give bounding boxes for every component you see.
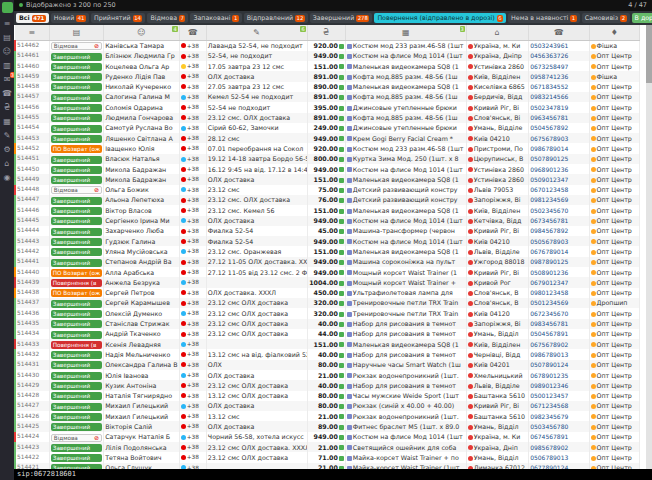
mail-icon[interactable]: ✉3 xyxy=(1,74,13,85)
order-row[interactable]: 514424Відмова⊘Сатарчук Наталія Б+38Чорни… xyxy=(15,432,640,442)
order-row[interactable]: 514456ЗавершенийСоломія Одарина+3852-54 … xyxy=(15,102,640,112)
phone-icon[interactable]: ☎ xyxy=(1,88,13,99)
order-row[interactable]: 514454ЗавершенийСамотуй Руслана Во+38Сір… xyxy=(15,123,640,133)
order-row[interactable]: 514423ЗавершенийЛілія Подолянська+3823.1… xyxy=(15,442,640,452)
vertical-scrollbar[interactable] xyxy=(646,25,652,469)
total-cell: 920.00 xyxy=(307,40,345,51)
order-row[interactable]: 514438ПО Возврат (ожСергей Петров+38ОЛХ … xyxy=(15,288,640,298)
product-name: Куртка Зима Мод. 250 (1шт. х 8 xyxy=(353,155,459,162)
orders-icon[interactable]: ▤ xyxy=(1,32,13,43)
order-row[interactable]: 514427ЗавершенийМихаил Гилецький+38ОЛХ д… xyxy=(15,401,640,411)
supplier-icon xyxy=(591,126,596,131)
pagination[interactable]: 4 / 47 xyxy=(628,0,647,11)
status-column-header[interactable]: ▤ xyxy=(49,25,103,40)
tab-accepted[interactable]: Прийнятий14 xyxy=(91,13,145,23)
order-row[interactable]: 514446ЗавершенийВіктор Власов+3823.12 см… xyxy=(15,205,640,215)
select-column-header[interactable]: ≡ xyxy=(15,25,49,40)
order-row[interactable]: 514458ЗавершенийНиколай Кучеренко+3827.0… xyxy=(15,82,640,92)
order-row[interactable]: 514450ЗавершенийМикола Бадражан+3816.12 … xyxy=(15,164,640,174)
order-row[interactable]: 514455ЗавершенийЛюдмила Гончарова+3823.1… xyxy=(15,113,640,123)
tab-shipped[interactable]: Відправлений12 xyxy=(244,13,308,23)
tab-packed[interactable]: Запаковані1 xyxy=(190,13,241,23)
scrollbar-thumb[interactable] xyxy=(646,25,652,83)
order-row[interactable]: 514440ПО Возврат (ожАлла Арабська+3827.1… xyxy=(15,267,640,277)
delivery-city: Пристроми, По xyxy=(474,145,523,152)
customer-name-cell: Сергей Петров xyxy=(104,288,180,298)
order-row[interactable]: 514439Повернення (вАнжела Безрука+381004… xyxy=(15,277,640,287)
stats-icon[interactable]: ▥ xyxy=(1,60,13,71)
order-row[interactable]: 514421ЗавершенийОльга Глущук+3821.00Майк… xyxy=(15,463,640,469)
product-cell: Тренировочные петли TRX Train xyxy=(345,308,466,318)
order-id-cell: 514428 xyxy=(15,391,49,401)
order-row[interactable]: 514435ЗавершенийСтаніслав Стрижак+3823.1… xyxy=(15,319,640,329)
order-id-cell: 514449 xyxy=(15,174,49,184)
order-row[interactable]: 514430ЗавершенийЮлія Іванова+38ОЛХ доста… xyxy=(15,370,640,380)
order-row[interactable]: 514436ЗавершенийОлексій Думенко+3823.12 … xyxy=(15,308,640,318)
menu-icon[interactable]: ≡ xyxy=(1,18,13,29)
order-row[interactable]: 514434ЗавершенийАндрій Ткаченко+3823.12 … xyxy=(15,329,640,339)
order-row[interactable]: 514460ЗавершенийКоцелева Ольга Ар+3817.0… xyxy=(15,61,640,71)
order-row[interactable]: 514433Повернення (вКсенія Левадняя+38151… xyxy=(15,339,640,349)
order-row[interactable]: 514453ЗавершенийЛяшенко Світлана А+3828.… xyxy=(15,133,640,143)
total-value: 949.00 xyxy=(314,217,338,224)
tab-completed[interactable]: Завершений278 xyxy=(310,13,373,23)
order-row[interactable]: 514422ЗавершенийТетяна Войтович+3823.12 … xyxy=(15,452,640,462)
order-row[interactable]: 514459ЗавершенийРуденко Лідія Пав+38ОЛХ … xyxy=(15,71,640,81)
operator-icon xyxy=(181,249,186,254)
order-row[interactable]: 514461ЗавершенийБлізнюк Людмила Гр+3852-… xyxy=(15,51,640,61)
order-row[interactable]: 514451ЗавершенийВласюк Наталья+3819.12 1… xyxy=(15,154,640,164)
delivery-icon xyxy=(468,435,473,440)
order-row[interactable]: 514426ЗавершенийМихаил Гилецький+3813.12… xyxy=(15,411,640,421)
status-badge: Завершений xyxy=(51,351,102,359)
order-row[interactable]: 514428ЗавершенийНаталія Тягнирядно+3813.… xyxy=(15,391,640,401)
total-value: 949.00 xyxy=(314,238,338,245)
customers-icon[interactable]: ☺ xyxy=(1,46,13,57)
tab-all[interactable]: Всі471 xyxy=(16,13,49,23)
operator-icon xyxy=(181,95,186,100)
order-row[interactable]: 514429ЗавершенийКузик Антоніна+3823.12 с… xyxy=(15,380,640,390)
order-row[interactable]: 514425ЗавершенийВікторія Салій+38ОЛХ дос… xyxy=(15,421,640,431)
order-row[interactable]: 514448Відмова⊘Ольга Божик+3823.12 смс75.… xyxy=(15,185,640,195)
order-row[interactable]: 514462Відмова⊘Канівська Тамара+38Лаванда… xyxy=(15,40,640,51)
payments-icon[interactable]: ₴ xyxy=(1,102,13,113)
order-row[interactable]: 514437ЗавершенийСергей Карамышев+3823.12… xyxy=(15,298,640,308)
settings-icon[interactable]: ⚙ xyxy=(1,144,13,155)
order-row[interactable]: 514442ЗавершенийУляна Мусійовська+3823.1… xyxy=(15,246,640,256)
tab-refused[interactable]: Відмова7 xyxy=(147,13,188,23)
tab-in-transit[interactable]: В дорозі3 xyxy=(632,13,652,23)
order-row[interactable]: 514447ЗавершенийАльона Лепетюха+3823.12 … xyxy=(15,195,640,205)
order-row[interactable]: 514449ЗавершенийМикола Бадражан+38ОЛХ до… xyxy=(15,174,640,184)
product-column-header[interactable]: ▦3 xyxy=(345,25,466,40)
order-row[interactable]: 514443ЗавершенийГудзюк Галина+38Фиалка 5… xyxy=(15,236,640,246)
tab-return-in-transit[interactable]: Повернення (відправлено в дорозі)6 xyxy=(374,13,506,23)
order-row[interactable]: 514457ЗавершенийСалогина Галина М+38Кеме… xyxy=(15,92,640,102)
logout-icon[interactable]: ◉ xyxy=(1,172,13,183)
tab-out-of-stock[interactable]: Нема в наявності1 xyxy=(508,13,580,23)
phone-column-header[interactable]: ☎ xyxy=(529,25,589,40)
comment-cell: 23.12 смс xyxy=(206,185,307,195)
order-row[interactable]: 514445ЗавершенийСергіенко Ірина Ми+38ОЛХ… xyxy=(15,216,640,226)
phone-cell: 0986789013 xyxy=(529,349,589,359)
order-row[interactable]: 514432ЗавершенийНадія Мельниченко+3813.1… xyxy=(15,349,640,359)
order-row[interactable]: 514441ЗавершенийСтепанов Андрій Ва+3827.… xyxy=(15,257,640,267)
operator-column-header[interactable]: ☎ xyxy=(179,25,206,40)
home-icon[interactable]: ⌂ xyxy=(1,158,13,169)
status-badge: Завершений xyxy=(51,300,102,308)
tab-pickup[interactable]: Самовивіз2 xyxy=(582,13,630,23)
supplier-cell: Опт Центр xyxy=(589,92,639,102)
order-row[interactable]: 514452ПО Возврат (ожІващенко Юлія+3807.0… xyxy=(15,143,640,153)
total-column-header[interactable]: ₴ xyxy=(307,25,345,40)
supplier-column-header[interactable]: ♦ xyxy=(589,25,639,40)
delivery-column-header[interactable]: ⌂ xyxy=(466,25,528,40)
products-icon[interactable]: ▦ xyxy=(1,116,13,127)
order-row[interactable]: 514431ЗавершенийОлександра Галина В+38ОЛ… xyxy=(15,360,640,370)
order-row[interactable]: 514444ЗавершенийЗахарченко Люба+38Фиалка… xyxy=(15,226,640,236)
supplier-cell: Опт Центр xyxy=(589,452,639,462)
tab-new[interactable]: Новий41 xyxy=(51,13,89,23)
app-logo[interactable] xyxy=(2,2,13,13)
customer-column-header[interactable]: ☺4 xyxy=(104,25,180,40)
comment-column-header[interactable]: ✎6 xyxy=(206,25,307,40)
edit-icon[interactable]: ✎ xyxy=(1,130,13,141)
sip-number[interactable]: sip:0672818601 xyxy=(17,470,76,478)
supplier-name: Опт Центр xyxy=(597,104,632,111)
